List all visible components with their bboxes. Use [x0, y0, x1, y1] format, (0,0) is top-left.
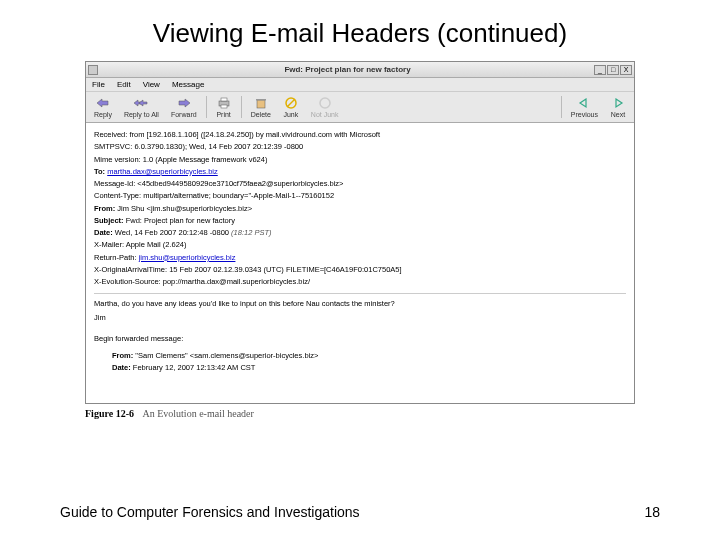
- body-line-1: Martha, do you have any ideas you'd like…: [94, 298, 626, 309]
- delete-icon: [253, 96, 269, 110]
- header-xmailer: X-Mailer: Apple Mail (2.624): [94, 239, 626, 250]
- header-received: Received: from [192.168.1.106] ([24.18.2…: [94, 129, 626, 140]
- figure-number: Figure 12-6: [85, 408, 134, 419]
- header-smtpsvc: SMTPSVC: 6.0.3790.1830); Wed, 14 Feb 200…: [94, 141, 626, 152]
- header-x-evolution: X-Evolution-Source: pop://martha.dax@mai…: [94, 276, 626, 287]
- previous-icon: [576, 96, 592, 110]
- header-content-type: Content-Type: multipart/alternative; bou…: [94, 190, 626, 201]
- figure-text: An Evolution e-mail header: [142, 408, 253, 419]
- slide-footer: Guide to Computer Forensics and Investig…: [0, 504, 720, 520]
- svg-line-6: [287, 99, 295, 107]
- minimize-button[interactable]: _: [594, 65, 606, 75]
- svg-point-7: [320, 98, 330, 108]
- menu-message[interactable]: Message: [172, 80, 204, 89]
- header-x-original: X-OriginalArrivalTime: 15 Feb 2007 02.12…: [94, 264, 626, 275]
- svg-rect-1: [221, 98, 227, 101]
- titlebar: Fwd: Project plan for new factory _ □ X: [86, 62, 634, 78]
- menu-view[interactable]: View: [143, 80, 160, 89]
- header-body-separator: [94, 293, 626, 294]
- close-button[interactable]: X: [620, 65, 632, 75]
- forward-button[interactable]: Forward: [165, 94, 203, 120]
- forwarded-block: From: "Sam Clemens" <sam.clemens@superio…: [112, 350, 626, 374]
- junk-icon: [283, 96, 299, 110]
- svg-rect-4: [256, 99, 266, 101]
- delete-button[interactable]: Delete: [245, 94, 277, 120]
- forwarded-begin: Begin forwarded message:: [94, 333, 626, 344]
- next-button[interactable]: Next: [604, 94, 632, 120]
- menubar: File Edit View Message: [86, 78, 634, 92]
- app-icon: [88, 65, 98, 75]
- header-message-id: Message-Id: <45dbed9449580929ce3710cf75f…: [94, 178, 626, 189]
- message-content: Received: from [192.168.1.106] ([24.18.2…: [86, 123, 634, 403]
- header-to: To: martha.dax@superiorbicycles.biz: [94, 166, 626, 177]
- menu-file[interactable]: File: [92, 80, 105, 89]
- header-from: From: Jim Shu <jim.shu@superiorbicycles.…: [94, 203, 626, 214]
- page-number: 18: [644, 504, 660, 520]
- reply-icon: [95, 96, 111, 110]
- forward-icon: [176, 96, 192, 110]
- reply-all-button[interactable]: Reply to All: [118, 94, 165, 120]
- footer-text: Guide to Computer Forensics and Investig…: [60, 504, 360, 520]
- maximize-button[interactable]: □: [607, 65, 619, 75]
- email-client-window: Fwd: Project plan for new factory _ □ X …: [85, 61, 635, 404]
- svg-rect-3: [257, 100, 265, 108]
- return-path-link[interactable]: jim.shu@superiorbicycles.biz: [139, 253, 236, 262]
- to-address-link[interactable]: martha.dax@superiorbicycles.biz: [107, 167, 218, 176]
- print-button[interactable]: Print: [210, 94, 238, 120]
- previous-button[interactable]: Previous: [565, 94, 604, 120]
- print-icon: [216, 96, 232, 110]
- next-icon: [610, 96, 626, 110]
- reply-button[interactable]: Reply: [88, 94, 118, 120]
- window-title: Fwd: Project plan for new factory: [101, 65, 594, 74]
- junk-button[interactable]: Junk: [277, 94, 305, 120]
- header-mime: Mime version: 1.0 (Apple Message framewo…: [94, 154, 626, 165]
- header-subject: Subject: Fwd: Project plan for new facto…: [94, 215, 626, 226]
- body-line-2: Jim: [94, 312, 626, 323]
- slide-title: Viewing E-mail Headers (continued): [0, 0, 720, 61]
- toolbar: Reply Reply to All Forward Print Delete …: [86, 92, 634, 123]
- not-junk-icon: [317, 96, 333, 110]
- header-return-path: Return-Path: jim.shu@superiorbicycles.bi…: [94, 252, 626, 263]
- not-junk-button: Not Junk: [305, 94, 345, 120]
- figure-caption: Figure 12-6 An Evolution e-mail header: [85, 408, 635, 419]
- menu-edit[interactable]: Edit: [117, 80, 131, 89]
- reply-all-icon: [133, 96, 149, 110]
- header-date: Date: Wed, 14 Feb 2007 20:12:48 -0800 (1…: [94, 227, 626, 238]
- svg-rect-2: [221, 105, 227, 108]
